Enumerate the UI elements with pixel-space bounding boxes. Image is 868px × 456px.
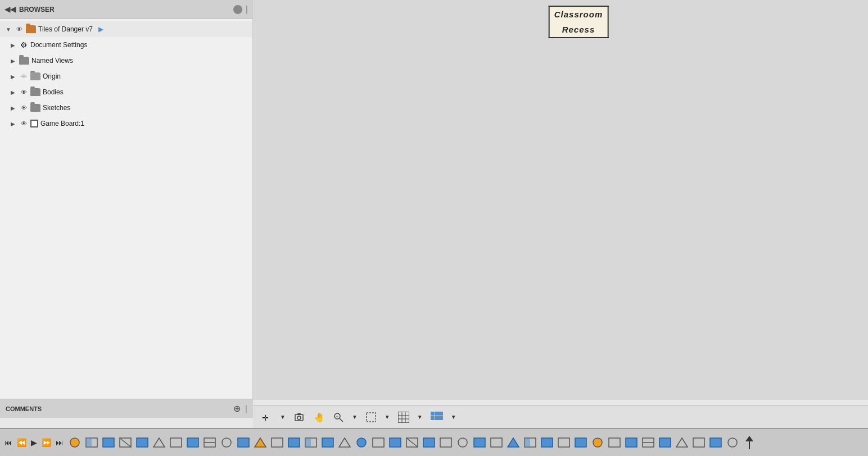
doc-settings-label: Document Settings bbox=[30, 41, 87, 49]
timeline-icons bbox=[67, 435, 865, 450]
svg-rect-29 bbox=[187, 438, 198, 447]
origin-label: Origin bbox=[43, 72, 61, 80]
svg-rect-33 bbox=[238, 438, 249, 447]
tl-icon-28 bbox=[522, 435, 538, 450]
tl-icon-9 bbox=[202, 435, 218, 450]
tl-icon-10 bbox=[219, 435, 234, 450]
table-title-top: Classroom bbox=[549, 6, 608, 22]
tl-icon-19 bbox=[370, 435, 386, 450]
comments-label: COMMENTS bbox=[6, 405, 229, 412]
named-views-arrow[interactable] bbox=[9, 57, 17, 65]
svg-rect-26 bbox=[137, 438, 148, 447]
tree-root-item[interactable]: 👁 Tiles of Danger v7 ▶ bbox=[0, 21, 252, 37]
svg-rect-17 bbox=[431, 416, 435, 420]
gameboard-eye-icon[interactable]: 👁 bbox=[19, 119, 28, 128]
svg-rect-36 bbox=[288, 438, 300, 447]
select-tool-button[interactable] bbox=[363, 411, 379, 424]
tree-item-bodies[interactable]: 👁 Bodies bbox=[0, 84, 252, 100]
origin-arrow[interactable] bbox=[9, 72, 17, 80]
svg-rect-53 bbox=[525, 438, 530, 447]
root-eye-icon[interactable]: 👁 bbox=[15, 25, 24, 34]
zoom-tool-button[interactable]: + bbox=[331, 411, 346, 424]
svg-rect-58 bbox=[609, 438, 620, 447]
tl-icon-13 bbox=[269, 435, 285, 450]
gameboard-arrow[interactable] bbox=[9, 120, 17, 127]
left-panel: ◀◀ BROWSER | 👁 Tiles of Danger v7 ▶ ⚙ Do… bbox=[0, 0, 253, 399]
sketches-eye-icon[interactable]: 👁 bbox=[19, 103, 28, 112]
camera-tool-button[interactable] bbox=[291, 411, 307, 424]
move-tool-button[interactable]: ✛ bbox=[259, 411, 274, 424]
tl-icon-38 bbox=[691, 435, 707, 450]
browser-pipe: | bbox=[246, 4, 248, 15]
tl-icon-11 bbox=[236, 435, 251, 450]
svg-point-2 bbox=[297, 416, 301, 419]
tree-item-origin[interactable]: 👁 Origin bbox=[0, 69, 252, 84]
tl-icon-24 bbox=[455, 435, 471, 450]
bodies-label: Bodies bbox=[43, 88, 64, 96]
tl-icon-36 bbox=[657, 435, 673, 450]
named-views-folder-icon bbox=[19, 57, 29, 65]
svg-marker-34 bbox=[255, 438, 266, 447]
svg-text:🤚: 🤚 bbox=[314, 412, 325, 423]
bodies-arrow[interactable] bbox=[9, 88, 17, 96]
svg-rect-54 bbox=[541, 438, 553, 447]
display-dropdown-button[interactable]: ▼ bbox=[449, 413, 459, 421]
move-dropdown-button[interactable]: ▼ bbox=[278, 413, 288, 421]
tl-icon-31 bbox=[573, 435, 589, 450]
timeline-bar: ⏮ ⏪ ▶ ⏩ ⏭ bbox=[0, 428, 868, 456]
browser-back-icon[interactable]: ◀◀ bbox=[4, 5, 16, 13]
tl-icon-14 bbox=[286, 435, 302, 450]
tl-icon-7 bbox=[168, 435, 184, 450]
timeline-skip-start-button[interactable]: ⏮ bbox=[3, 437, 13, 448]
browser-menu-button[interactable] bbox=[233, 5, 242, 14]
root-play-icon[interactable]: ▶ bbox=[98, 25, 103, 33]
timeline-play-button[interactable]: ▶ bbox=[30, 437, 38, 448]
svg-rect-56 bbox=[575, 438, 586, 447]
sketches-arrow[interactable] bbox=[9, 104, 17, 112]
comments-add-button[interactable]: ⊕ bbox=[233, 404, 241, 413]
svg-rect-3 bbox=[297, 413, 301, 415]
tl-icon-40 bbox=[725, 435, 740, 450]
tl-icon-25 bbox=[472, 435, 487, 450]
tl-icon-23 bbox=[438, 435, 454, 450]
svg-marker-63 bbox=[676, 438, 688, 447]
grid-dropdown-button[interactable]: ▼ bbox=[415, 413, 425, 421]
browser-header: ◀◀ BROWSER | bbox=[0, 0, 252, 19]
tree-item-named-views[interactable]: Named Views bbox=[0, 53, 252, 69]
svg-rect-62 bbox=[659, 438, 671, 447]
pan-tool-button[interactable]: 🤚 bbox=[310, 410, 327, 425]
select-dropdown-button[interactable]: ▼ bbox=[382, 413, 392, 421]
svg-marker-67 bbox=[745, 436, 753, 441]
tl-icon-12 bbox=[252, 435, 268, 450]
svg-rect-19 bbox=[439, 416, 443, 420]
root-expand-arrow[interactable] bbox=[4, 25, 12, 33]
svg-rect-16 bbox=[439, 412, 443, 416]
grid-tool-button[interactable] bbox=[396, 411, 412, 424]
tl-icon-1 bbox=[67, 435, 83, 450]
svg-rect-13 bbox=[398, 412, 409, 423]
timeline-skip-end-button[interactable]: ⏭ bbox=[55, 437, 65, 448]
bodies-eye-icon[interactable]: 👁 bbox=[19, 88, 28, 97]
tl-icon-29 bbox=[539, 435, 555, 450]
svg-point-48 bbox=[458, 438, 467, 447]
tl-icon-21 bbox=[404, 435, 420, 450]
tree-item-document-settings[interactable]: ⚙ Document Settings bbox=[0, 37, 252, 53]
timeline-next-button[interactable]: ⏩ bbox=[40, 437, 52, 448]
doc-settings-arrow[interactable] bbox=[9, 41, 17, 49]
svg-rect-15 bbox=[435, 412, 439, 416]
svg-point-32 bbox=[222, 438, 231, 447]
tree-item-sketches[interactable]: 👁 Sketches bbox=[0, 100, 252, 116]
sketches-label: Sketches bbox=[43, 104, 70, 112]
tl-icon-20 bbox=[387, 435, 403, 450]
origin-eye-icon[interactable]: 👁 bbox=[19, 72, 28, 81]
svg-line-6 bbox=[340, 418, 343, 422]
bodies-folder-icon bbox=[30, 88, 40, 96]
svg-rect-18 bbox=[435, 416, 439, 420]
tl-icon-17 bbox=[337, 435, 352, 450]
zoom-dropdown-button[interactable]: ▼ bbox=[350, 413, 360, 421]
tree-item-gameboard[interactable]: 👁 Game Board:1 bbox=[0, 116, 252, 131]
tl-icon-27 bbox=[505, 435, 521, 450]
tl-icon-34 bbox=[623, 435, 639, 450]
timeline-prev-button[interactable]: ⏪ bbox=[16, 437, 28, 448]
display-tool-button[interactable] bbox=[428, 411, 445, 424]
